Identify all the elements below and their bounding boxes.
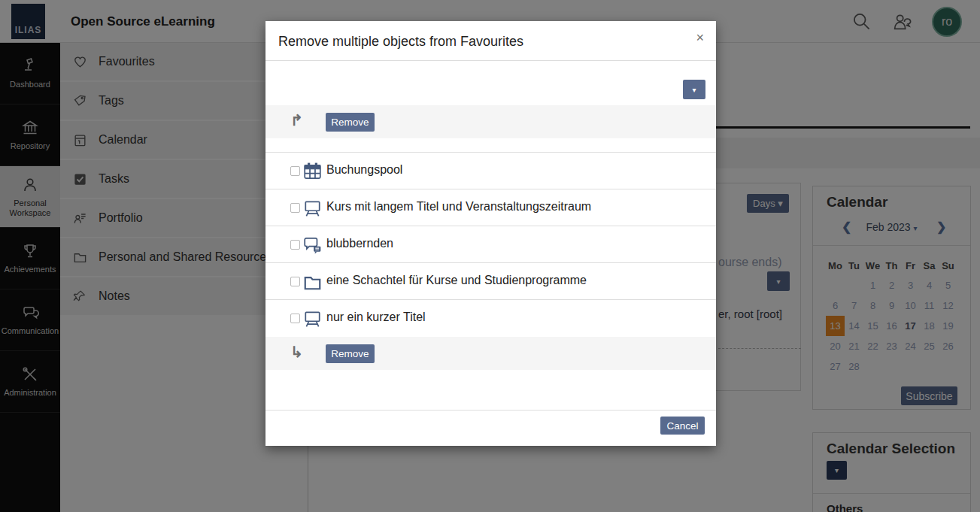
remove-favourites-modal: Remove multiple objects from Favourites … <box>265 21 716 446</box>
item-checkbox[interactable] <box>290 203 300 213</box>
list-item: nur ein kurzer Titel <box>265 299 716 336</box>
arrow-down-right-icon: ↳ <box>290 343 303 361</box>
modal-title: Remove multiple objects from Favourites <box>278 34 523 50</box>
item-label[interactable]: eine Schachtel für Kurse und Studienprog… <box>326 274 587 287</box>
cancel-button[interactable]: Cancel <box>660 417 705 435</box>
list-item: blubbernden <box>265 226 716 262</box>
bulk-toolbar-bottom: ↳ Remove <box>265 337 716 370</box>
remove-button-bottom[interactable]: Remove <box>326 344 375 363</box>
item-label[interactable]: Buchungspool <box>326 163 402 177</box>
bulk-toolbar-top: ↱ Remove <box>265 105 716 138</box>
item-label[interactable]: blubbernden <box>326 237 393 250</box>
category-folder-icon <box>302 272 323 292</box>
modal-header-divider <box>265 60 716 61</box>
caret-down-icon: ▾ <box>692 86 696 94</box>
chat-icon <box>302 235 323 255</box>
ilias-screen: ILIAS Open Source eLearning ro <box>0 0 980 512</box>
list-item: Kurs mit langem Titel und Veranstaltungs… <box>265 189 716 226</box>
close-icon[interactable]: × <box>696 30 704 46</box>
modal-footer-divider <box>265 410 716 411</box>
item-checkbox[interactable] <box>290 166 300 176</box>
actions-dropdown-button[interactable]: ▾ <box>683 80 705 99</box>
item-checkbox[interactable] <box>290 277 300 286</box>
arrow-up-right-icon: ↱ <box>290 111 303 129</box>
course-icon <box>302 309 323 329</box>
course-icon <box>302 198 323 218</box>
remove-button-top[interactable]: Remove <box>326 113 375 132</box>
list-item: Buchungspool <box>265 152 716 189</box>
modal-actions-dropdown: ▾ <box>683 80 705 99</box>
item-checkbox[interactable] <box>290 240 300 250</box>
favourites-object-list: Buchungspool Kurs mit langem Titel und V… <box>265 152 716 336</box>
item-checkbox[interactable] <box>290 314 300 323</box>
item-label[interactable]: nur ein kurzer Titel <box>326 311 426 324</box>
item-label[interactable]: Kurs mit langem Titel und Veranstaltungs… <box>326 200 591 214</box>
booking-pool-icon <box>302 162 323 181</box>
list-item: eine Schachtel für Kurse und Studienprog… <box>265 262 716 299</box>
